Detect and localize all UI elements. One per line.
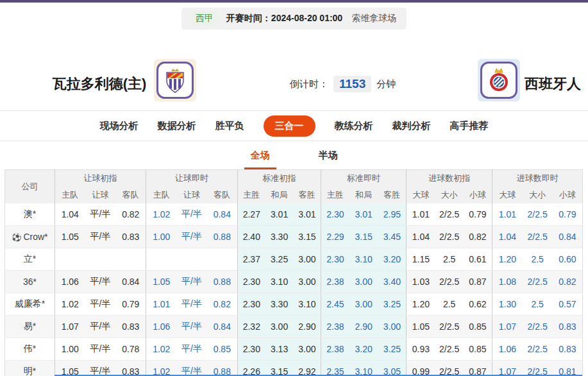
- odds-cell: 3.00: [349, 293, 378, 316]
- odds-cell: 0.85: [464, 338, 492, 361]
- column-header: 客胜: [378, 187, 407, 203]
- company-cell[interactable]: 明*: [5, 361, 55, 376]
- odds-cell: 1.01: [146, 293, 177, 316]
- top-accent-bar: [0, 0, 588, 3]
- odds-cell: 2/2.5: [523, 203, 553, 226]
- odds-row: 明*1.05平/半0.831.02平/半0.882.263.152.922.35…: [5, 361, 583, 376]
- column-header: 大小: [435, 187, 464, 203]
- odds-table-body: 澳*1.04平/半0.821.02平/半0.842.273.013.012.30…: [5, 203, 583, 376]
- match-info-row: 西甲 开赛时间：2024-08-20 01:00 索维拿球场: [0, 8, 588, 30]
- main-nav: 现场分析数据分析胜平负三合一教练分析裁判分析高手推荐: [0, 110, 588, 141]
- odds-cell: 2.30: [321, 248, 349, 271]
- odds-cell: 1.05: [55, 361, 85, 376]
- odds-table-header: 公司 让球初指 让球即时 标准初指 标准即时 进球数初指 进球数即时 主队 让球…: [5, 170, 583, 203]
- odds-cell: 0.85: [464, 316, 492, 338]
- odds-cell: 平/半: [85, 226, 116, 248]
- odds-cell: 2.30: [321, 203, 349, 226]
- odds-cell: 0.57: [553, 293, 583, 316]
- sub-tab-半场[interactable]: 半场: [312, 150, 344, 169]
- column-header: 小球: [553, 187, 583, 203]
- company-name: 澳*: [24, 209, 36, 219]
- odds-cell: 2.30: [238, 293, 265, 316]
- odds-table: 公司 让球初指 让球即时 标准初指 标准即时 进球数初指 进球数即时 主队 让球…: [4, 169, 583, 376]
- odds-cell: 0.79: [553, 203, 583, 226]
- odds-cell: 3.30: [265, 293, 294, 316]
- odds-cell: 1.00: [146, 226, 177, 248]
- odds-cell: 1.03: [407, 271, 435, 293]
- sub-tabs: 全场半场: [0, 141, 588, 169]
- odds-cell: 0.83: [116, 361, 146, 376]
- odds-cell: 2.95: [378, 203, 407, 226]
- nav-tab-高手推荐[interactable]: 高手推荐: [450, 115, 489, 137]
- company-cell[interactable]: 伟*: [5, 338, 55, 361]
- odds-cell: 3.30: [265, 226, 294, 248]
- nav-tab-三合一[interactable]: 三合一: [264, 115, 315, 137]
- odds-cell: 3.25: [378, 338, 407, 361]
- league-badge: 西甲: [192, 12, 217, 26]
- group-header-goals-live: 进球数即时: [492, 170, 583, 187]
- company-cell[interactable]: 澳*: [5, 203, 55, 226]
- column-header: 和局: [349, 187, 378, 203]
- odds-cell: 2.90: [349, 316, 378, 338]
- odds-cell: 2.45: [321, 293, 349, 316]
- odds-cell: 2.5: [435, 248, 464, 271]
- odds-cell: 3.45: [378, 226, 407, 248]
- odds-cell: 平/半: [177, 271, 207, 293]
- odds-cell: 1.06: [492, 338, 523, 361]
- odds-cell: 0.87: [464, 271, 492, 293]
- odds-cell: 3.13: [265, 338, 294, 361]
- company-cell[interactable]: 立*: [5, 248, 55, 271]
- company-name: 36*: [23, 277, 37, 287]
- company-cell[interactable]: 威廉希*: [5, 293, 55, 316]
- odds-cell: 1.06: [146, 316, 177, 338]
- column-header: 大小: [523, 187, 553, 203]
- nav-tab-现场分析[interactable]: 现场分析: [100, 115, 139, 137]
- kickoff-label: 开赛时间：: [226, 13, 271, 23]
- odds-cell: 1.05: [55, 226, 85, 248]
- company-name: 立*: [24, 253, 36, 264]
- odds-row: 易*1.07平/半0.831.06平/半0.842.323.002.902.38…: [5, 316, 583, 338]
- odds-cell: 1.06: [55, 271, 85, 293]
- odds-cell: 0.62: [464, 293, 492, 316]
- odds-cell: 1.05: [146, 271, 177, 293]
- odds-cell: 2/2.5: [435, 316, 464, 338]
- odds-cell: 1.04: [407, 226, 435, 248]
- odds-cell: [177, 248, 207, 271]
- odds-cell: 0.83: [116, 226, 146, 248]
- odds-cell: 2.35: [321, 361, 349, 376]
- column-header: 让球: [177, 187, 207, 203]
- odds-cell: 2.38: [321, 271, 349, 293]
- odds-cell: 1.02: [146, 203, 177, 226]
- sub-tab-全场[interactable]: 全场: [244, 150, 276, 169]
- column-header: 和局: [265, 187, 294, 203]
- column-header: 主队: [55, 187, 85, 203]
- nav-tab-教练分析[interactable]: 教练分析: [335, 115, 373, 137]
- nav-tab-数据分析[interactable]: 数据分析: [158, 115, 196, 137]
- odds-cell: 平/半: [85, 361, 116, 376]
- odds-cell: 0.82: [207, 293, 238, 316]
- odds-cell: 3.15: [294, 226, 321, 248]
- odds-cell: 1.02: [146, 361, 177, 376]
- odds-cell: 3.20: [378, 248, 407, 271]
- odds-cell: [207, 248, 238, 271]
- column-header: 大球: [407, 187, 435, 203]
- odds-cell: 2.92: [294, 361, 321, 376]
- nav-tab-裁判分析[interactable]: 裁判分析: [392, 115, 431, 137]
- company-cell[interactable]: ⚽Crow*: [5, 226, 55, 248]
- column-header: 主胜: [321, 187, 349, 203]
- home-team-badge: [154, 59, 196, 101]
- odds-row: ⚽Crow*1.05平/半0.831.00平/半0.882.403.303.15…: [5, 226, 583, 248]
- odds-cell: 1.07: [55, 316, 85, 338]
- odds-cell: 2.90: [294, 316, 321, 338]
- odds-cell: 0.84: [207, 203, 238, 226]
- odds-row: 澳*1.04平/半0.821.02平/半0.842.273.013.012.30…: [5, 203, 583, 226]
- column-header: 大球: [492, 187, 523, 203]
- nav-tab-胜平负[interactable]: 胜平负: [215, 115, 244, 137]
- company-cell[interactable]: 36*: [5, 271, 55, 293]
- odds-cell: 1.01: [492, 203, 523, 226]
- company-cell[interactable]: 易*: [5, 316, 55, 338]
- company-name: 伟*: [24, 343, 36, 354]
- odds-cell: 0.83: [553, 316, 583, 338]
- away-team-badge: [478, 59, 520, 101]
- odds-cell: 1.04: [492, 226, 523, 248]
